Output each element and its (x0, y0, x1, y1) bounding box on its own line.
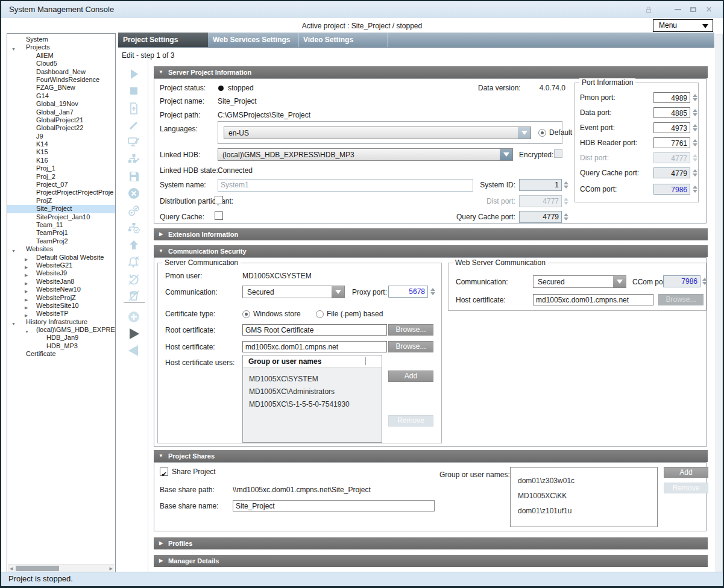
tab-web-services-settings[interactable]: Web Services Settings (208, 33, 298, 47)
tree-item-hdb-mp3[interactable]: HDB_MP3 (7, 342, 115, 350)
back-icon[interactable] (127, 343, 141, 358)
tree-item-projz[interactable]: ProjZ (7, 197, 115, 205)
tree-item-k15[interactable]: K15 (7, 148, 115, 156)
tree-item-fzag-bnew[interactable]: FZAG_BNew (7, 84, 115, 92)
next-icon[interactable] (127, 327, 141, 341)
base-share-name-input[interactable]: Site_Project (233, 500, 435, 511)
tree-item-history-infrastructure[interactable]: ▼History Infrastructure (7, 318, 115, 326)
cancel-icon[interactable] (127, 186, 141, 201)
query-cache-port-input[interactable]: 4779 (519, 211, 562, 223)
tree-item-websitejan8[interactable]: ▶WebsiteJan8 (7, 278, 115, 286)
dropdown-arrow-icon[interactable] (518, 127, 530, 139)
port-spinner[interactable] (692, 107, 698, 119)
tree-item-project-07[interactable]: Project_07 (7, 181, 115, 189)
reset-project-icon[interactable] (127, 272, 141, 287)
port-value-input[interactable]: 7986 (653, 184, 690, 195)
port-value-input[interactable]: 4885 (653, 107, 690, 118)
list-item[interactable]: dom01\z303w01c (511, 474, 657, 489)
pmon-options-icon[interactable] (127, 204, 141, 218)
list-item[interactable]: MD1005XC\S-1-5-5-0-7541930 (243, 398, 382, 411)
scroll-right-icon[interactable]: ▶ (110, 566, 113, 571)
port-spinner[interactable] (692, 183, 698, 195)
host-certificate-users-list[interactable]: Group or user names MD1005XC\SYSTEMMD100… (242, 355, 382, 443)
query-cache-port-spinner[interactable] (563, 211, 569, 223)
list-item[interactable]: dom01\z101uf1u (511, 504, 657, 519)
tree-item-projects[interactable]: ▼Projects (7, 43, 115, 51)
default-language-radio[interactable] (538, 129, 546, 137)
maximize-button[interactable] (685, 3, 701, 16)
list-item[interactable]: MD1005XC\Administrators (243, 386, 382, 398)
list-item[interactable]: MD1005XC\KK (511, 489, 657, 504)
mute-events-icon[interactable] (127, 255, 141, 269)
ccom-port-spinner[interactable] (702, 275, 708, 287)
host-certificate-input[interactable]: md1005xc.dom01.cmpns.net (242, 341, 387, 352)
tree-item-dashboard-new[interactable]: Dashboard_New (7, 68, 115, 76)
tree-item-teamproj1[interactable]: TeamProj1 (7, 229, 115, 237)
list-item[interactable]: MD1005XC\SYSTEM (243, 373, 382, 386)
section-header-communication-security[interactable]: ▼Communication Security (154, 245, 708, 257)
tree-item-globalproject21[interactable]: GlobalProject21 (7, 116, 115, 124)
main-vertical-scrollbar[interactable] (716, 34, 723, 574)
tree-item-k16[interactable]: K16 (7, 157, 115, 164)
tree-item-websitej9[interactable]: ▶WebsiteJ9 (7, 269, 115, 277)
tree-item-proj-2[interactable]: Proj_2 (7, 173, 115, 181)
port-value-input[interactable]: 4989 (653, 92, 690, 103)
windows-store-radio[interactable] (242, 310, 250, 318)
dropdown-arrow-icon[interactable] (613, 276, 626, 287)
close-button[interactable]: × (701, 3, 717, 16)
tree-item-global-19nov[interactable]: Global_19Nov (7, 100, 115, 108)
file-pem-radio[interactable] (316, 310, 324, 318)
port-value-input[interactable]: 7761 (653, 137, 690, 148)
tree-item-fourwindsresidence[interactable]: FourWindsResidence (7, 76, 115, 84)
tree-item-siteproject-jan10[interactable]: SiteProject_Jan10 (7, 213, 115, 221)
tree-item-projectprojectprojectproje[interactable]: ProjectProjectProjectProje (7, 189, 115, 196)
distribution-check-icon[interactable] (127, 221, 141, 236)
host-certificate-browse-button[interactable]: Browse... (388, 341, 433, 352)
port-spinner[interactable] (692, 122, 698, 134)
restore-project-icon[interactable] (127, 101, 141, 116)
edit-distribution-icon[interactable] (127, 152, 141, 167)
port-spinner[interactable] (692, 137, 698, 149)
dropdown-arrow-icon[interactable] (500, 149, 512, 160)
communication-select[interactable]: Secured (242, 286, 345, 298)
tree-item-websitesite10[interactable]: ▶WebsiteSite10 (7, 302, 115, 310)
ccom-port-input[interactable]: 7986 (663, 275, 700, 287)
system-id-spinner[interactable] (563, 179, 569, 191)
tree-item-cloud5[interactable]: Cloud5 (7, 60, 115, 67)
tree-item-global-jan7[interactable]: Global_Jan7 (7, 108, 115, 116)
tree-item-site-project[interactable]: Site_Project (7, 205, 115, 213)
minimize-button[interactable] (670, 3, 685, 16)
web-host-certificate-input[interactable]: md1005xc.dom01.cmpns.net (533, 294, 653, 305)
share-users-list[interactable]: dom01\z303w01cMD1005XC\KKdom01\z101uf1u (510, 467, 658, 527)
tab-video-settings[interactable]: Video Settings (298, 33, 388, 47)
section-header-server-project-information[interactable]: ▼Server Project Information (154, 66, 708, 78)
port-value-input[interactable]: 4779 (653, 167, 690, 178)
distribution-participant-checkbox[interactable] (215, 196, 223, 204)
tree-item-k14[interactable]: K14 (7, 140, 115, 148)
tree-item-local-gms-hdb-expres[interactable]: ▼(local)\GMS_HDB_EXPRES (7, 326, 115, 334)
language-select[interactable]: en-US (224, 127, 531, 139)
tree-item-allem[interactable]: AllEM (7, 52, 115, 60)
scrollbar-thumb[interactable] (16, 566, 59, 571)
section-header-profiles[interactable]: ▶Profiles (154, 537, 708, 549)
save-icon[interactable] (127, 169, 141, 184)
edit-project-icon[interactable] (127, 118, 141, 133)
tree-item-system[interactable]: System (7, 36, 115, 43)
tree-item-websitetp[interactable]: ▶WebsiteTP (7, 310, 115, 317)
upgrade-project-icon[interactable] (127, 238, 141, 252)
tree-item-websites[interactable]: ▼Websites (7, 245, 115, 253)
linked-hdb-select[interactable]: (local)\GMS_HDB_EXPRESS\HDB_MP3 (218, 148, 513, 161)
add-icon[interactable] (127, 310, 141, 324)
section-header-extension-information[interactable]: ▶Extension Information (154, 228, 708, 240)
web-communication-select[interactable]: Secured (533, 275, 626, 288)
tab-project-settings[interactable]: Project Settings (118, 33, 208, 47)
proxy-port-input[interactable]: 5678 (388, 286, 428, 298)
add-user-button[interactable]: Add (388, 371, 433, 382)
port-spinner[interactable] (692, 167, 698, 179)
tree-item-websiteg21[interactable]: ▶WebsiteG21 (7, 261, 115, 269)
share-project-checkbox[interactable] (160, 468, 168, 476)
cleanup-history-icon[interactable] (127, 289, 141, 303)
tree-item-proj-1[interactable]: Proj_1 (7, 164, 115, 172)
stop-icon[interactable] (127, 84, 141, 98)
dropdown-arrow-icon[interactable] (332, 286, 344, 298)
